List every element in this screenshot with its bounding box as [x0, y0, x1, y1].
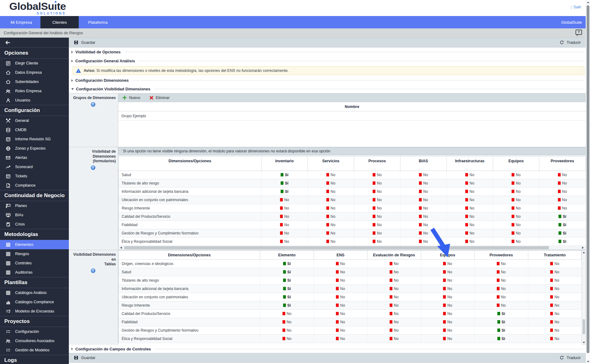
- value-no[interactable]: No: [446, 171, 493, 179]
- value-no[interactable]: No: [400, 229, 446, 237]
- sidebar-item-usuarios[interactable]: Usuarios: [0, 96, 69, 105]
- value-no[interactable]: No: [314, 335, 367, 343]
- value-no[interactable]: No: [314, 326, 367, 335]
- value-no[interactable]: No: [400, 187, 446, 196]
- value-no[interactable]: No: [400, 204, 446, 212]
- value-no[interactable]: No: [493, 187, 539, 196]
- value-no[interactable]: No: [308, 237, 354, 246]
- grupo-row[interactable]: Grupo Ejemplo: [118, 111, 586, 121]
- sidebar-item-consultores-asociados[interactable]: Consultores Asociados: [0, 336, 69, 345]
- value-no[interactable]: No: [493, 204, 539, 212]
- sidebar-item-catálogos-compliance[interactable]: Catálogos Compliance: [0, 297, 69, 307]
- value-no[interactable]: No: [314, 310, 367, 318]
- scroll-down-button[interactable]: [582, 341, 585, 345]
- sidebar-item-alertas[interactable]: Alertas: [0, 153, 69, 162]
- value-yes[interactable]: Sí: [260, 293, 314, 301]
- value-no[interactable]: No: [367, 335, 421, 343]
- value-no[interactable]: No: [421, 260, 475, 268]
- value-no[interactable]: No: [260, 326, 314, 335]
- value-no[interactable]: No: [308, 229, 354, 237]
- value-no[interactable]: No: [493, 221, 539, 229]
- value-no[interactable]: No: [475, 301, 528, 310]
- sidebar-item-elegir-cliente[interactable]: Elegir Cliente: [0, 59, 69, 68]
- sidebar-item-scorecard[interactable]: Scorecard: [0, 162, 69, 172]
- sidebar-item-zonas-y-especies[interactable]: Zonas y Especies: [0, 144, 69, 153]
- value-no[interactable]: No: [400, 212, 446, 221]
- value-no[interactable]: No: [308, 221, 354, 229]
- value-no[interactable]: No: [314, 276, 367, 285]
- value-no[interactable]: No: [446, 204, 493, 212]
- value-no[interactable]: No: [367, 301, 421, 310]
- value-no[interactable]: No: [446, 229, 493, 237]
- sidebar-item-auditorías[interactable]: Auditorías: [0, 268, 69, 277]
- value-no[interactable]: No: [493, 196, 539, 204]
- value-no[interactable]: No: [528, 310, 582, 318]
- section-configuracion-general[interactable]: Configuración General Análisis: [69, 56, 586, 65]
- value-yes[interactable]: Sí: [260, 268, 314, 276]
- value-no[interactable]: No: [400, 237, 446, 246]
- help-circle-icon[interactable]: ?: [91, 268, 95, 273]
- value-yes[interactable]: Sí: [261, 171, 308, 179]
- value-no[interactable]: No: [367, 285, 421, 293]
- value-no[interactable]: No: [421, 285, 475, 293]
- sidebar-item-roles-empresa[interactable]: Roles Empresa: [0, 86, 69, 96]
- sidebar-item-informe-revisión-sg[interactable]: Informe Revisión SG: [0, 134, 69, 144]
- sidebar-item-subentidades[interactable]: Subentidades: [0, 77, 69, 86]
- value-no[interactable]: No: [446, 179, 493, 187]
- help-circle-icon[interactable]: ?: [91, 102, 95, 107]
- value-no[interactable]: No: [539, 204, 585, 212]
- value-no[interactable]: No: [261, 221, 308, 229]
- value-no[interactable]: No: [493, 237, 539, 246]
- value-yes[interactable]: Sí: [475, 326, 528, 335]
- value-no[interactable]: No: [400, 221, 446, 229]
- section-configuracion-campos[interactable]: Configuración de Campos de Controles: [69, 345, 586, 353]
- value-yes[interactable]: Sí: [475, 318, 528, 326]
- sidebar-item-gestión-de-modelos[interactable]: Gestión de Modelos: [0, 345, 69, 355]
- value-no[interactable]: No: [421, 301, 475, 310]
- sidebar-item-modelos-de-encuestas[interactable]: Modelos de Encuestas: [0, 307, 69, 316]
- nav-tab-plataforma[interactable]: Plataforma: [79, 16, 117, 28]
- value-yes[interactable]: Sí: [539, 212, 585, 221]
- value-no[interactable]: No: [314, 268, 367, 276]
- value-no[interactable]: No: [367, 276, 421, 285]
- value-no[interactable]: No: [475, 276, 528, 285]
- sidebar-item-configuración[interactable]: Configuración: [0, 327, 69, 336]
- value-no[interactable]: No: [528, 301, 582, 310]
- value-no[interactable]: No: [354, 204, 400, 212]
- value-no[interactable]: No: [308, 171, 354, 179]
- value-yes[interactable]: Sí: [260, 301, 314, 310]
- value-no[interactable]: No: [354, 237, 400, 246]
- scrollbar-track[interactable]: [123, 246, 580, 250]
- value-no[interactable]: No: [493, 179, 539, 187]
- value-no[interactable]: No: [261, 196, 308, 204]
- value-no[interactable]: No: [367, 318, 421, 326]
- value-no[interactable]: No: [400, 196, 446, 204]
- value-no[interactable]: No: [354, 179, 400, 187]
- translate-button[interactable]: Traducir: [559, 40, 581, 45]
- help-circle-icon[interactable]: ?: [91, 165, 95, 170]
- value-no[interactable]: No: [539, 179, 585, 187]
- scroll-right-button[interactable]: [580, 246, 585, 250]
- value-no[interactable]: No: [308, 212, 354, 221]
- value-no[interactable]: No: [421, 318, 475, 326]
- value-yes[interactable]: Sí: [539, 229, 585, 237]
- sidebar-item-controles[interactable]: Controles: [0, 259, 69, 268]
- value-no[interactable]: No: [421, 326, 475, 335]
- value-no[interactable]: No: [539, 187, 585, 196]
- value-no[interactable]: No: [260, 310, 314, 318]
- save-button[interactable]: Guardar: [74, 355, 95, 360]
- value-yes[interactable]: Sí: [261, 187, 308, 196]
- value-no[interactable]: No: [367, 293, 421, 301]
- value-no[interactable]: No: [400, 179, 446, 187]
- sidebar-item-planes[interactable]: Planes: [0, 201, 69, 210]
- value-yes[interactable]: Sí: [260, 285, 314, 293]
- sidebar-item-crisis[interactable]: Crisis: [0, 220, 69, 229]
- value-yes[interactable]: Sí: [539, 237, 585, 246]
- value-no[interactable]: No: [367, 310, 421, 318]
- value-no[interactable]: No: [261, 237, 308, 246]
- translate-button[interactable]: Traducir: [559, 355, 581, 360]
- value-no[interactable]: No: [308, 196, 354, 204]
- value-no[interactable]: No: [261, 204, 308, 212]
- sidebar-item-tickets[interactable]: Tickets: [0, 172, 69, 181]
- sidebar-collapse-button[interactable]: [0, 38, 69, 48]
